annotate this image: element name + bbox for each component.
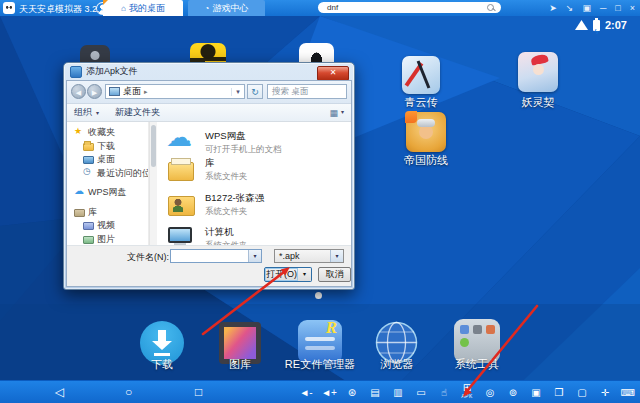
- forward-icon[interactable]: ▶: [87, 84, 102, 99]
- cloud-icon: [166, 128, 196, 158]
- pin-icon[interactable]: ➤: [549, 0, 557, 16]
- dialog-footer: 文件名(N): ▾ *.apk▾ 打开(O) ▾ 取消: [67, 245, 351, 286]
- list-item-libraries[interactable]: 库系统文件夹: [166, 155, 248, 185]
- chevron-down-icon[interactable]: ▾: [330, 250, 343, 262]
- tree-scrollbar[interactable]: [149, 122, 157, 246]
- maximize-icon[interactable]: □: [615, 0, 620, 16]
- app-icon-qingyunzhuan[interactable]: [402, 56, 440, 94]
- game-icon: ◔: [205, 4, 210, 13]
- app-icon-yaolingqi[interactable]: [518, 52, 558, 92]
- volume-down-icon[interactable]: ◄-: [298, 387, 314, 398]
- gesture-icon[interactable]: ☝: [436, 387, 452, 398]
- picture-icon: [83, 236, 94, 244]
- open-split-chevron-icon[interactable]: ▾: [298, 267, 312, 282]
- tab-label: 游戏中心: [212, 2, 248, 15]
- chevron-down-icon: ▾: [96, 109, 99, 116]
- tree-item-downloads[interactable]: 下载: [67, 140, 148, 154]
- apps-folder-icon[interactable]: ▤: [367, 387, 383, 398]
- dialog-search-input[interactable]: 搜索 桌面: [267, 84, 347, 99]
- message-icon[interactable]: ▭: [413, 387, 429, 398]
- tree-item-videos[interactable]: 视频: [67, 219, 148, 233]
- re-letter: R: [326, 318, 337, 338]
- list-item-user-folder[interactable]: B1272-张森强系统文件夹: [166, 190, 264, 220]
- app-icon-diguofangxian[interactable]: [406, 112, 446, 152]
- add-apk-dialog: 添加Apk文件 ✕ ◀ ▶ 桌面 ▸ ▾ ↻ 搜索 桌面 组织 ▾: [63, 62, 355, 290]
- location-breadcrumb[interactable]: 桌面 ▸ ▾: [105, 84, 245, 99]
- tree-item-libraries[interactable]: 库: [67, 206, 148, 220]
- file-list: WPS网盘可打开手机上的文档 库系统文件夹 B1272-张森强系统文件夹 计算机…: [157, 122, 351, 246]
- keyboard-icon[interactable]: ⌨: [620, 387, 636, 398]
- desktop-icon: [109, 87, 120, 96]
- open-button[interactable]: 打开(O): [264, 267, 299, 282]
- app-label: 妖灵契: [498, 95, 578, 110]
- app-label: 青云传: [381, 95, 461, 110]
- folder-icon: [83, 143, 94, 151]
- tree-item-recent-places[interactable]: 最近访问的位置: [67, 167, 148, 181]
- filename-input[interactable]: ▾: [170, 249, 262, 263]
- tab-game-center[interactable]: ◔ 游戏中心: [188, 0, 265, 16]
- video-icon: [83, 222, 94, 230]
- shake-icon[interactable]: ▣: [528, 387, 544, 398]
- dialog-title: 添加Apk文件: [86, 65, 138, 78]
- search-value: dnf: [327, 3, 338, 12]
- multi-window-icon[interactable]: ▢: [574, 387, 590, 398]
- dock-label: 系统工具: [437, 357, 517, 372]
- tab-my-desktop[interactable]: ⌂ 我的桌面: [103, 0, 183, 16]
- folder-tree: 收藏夹 下载 桌面 最近访问的位置 WPS网盘 库 视频 图片: [67, 122, 149, 246]
- refresh-icon[interactable]: ↻: [247, 84, 263, 99]
- home-icon[interactable]: ○: [125, 381, 132, 403]
- search-input[interactable]: dnf: [318, 2, 501, 13]
- recents-icon[interactable]: □: [195, 381, 202, 403]
- dialog-icon: [70, 66, 82, 78]
- apk-badge: APK: [461, 392, 473, 400]
- dialog-search-placeholder: 搜索 桌面: [272, 86, 308, 98]
- virtual-location-icon[interactable]: ⊚: [505, 387, 521, 398]
- tree-item-wps-drive[interactable]: WPS网盘: [67, 186, 148, 200]
- cloud-icon: [74, 188, 85, 198]
- close-icon[interactable]: ×: [630, 0, 635, 16]
- organize-button[interactable]: 组织: [74, 106, 92, 119]
- cancel-button[interactable]: 取消: [318, 267, 351, 282]
- minimize-icon[interactable]: ─: [600, 0, 606, 16]
- window-controls: ➤ ↘ ▣ ─ □ ×: [549, 0, 635, 16]
- screenshot-icon[interactable]: ❐: [551, 387, 567, 398]
- search-icon[interactable]: [487, 4, 494, 11]
- tree-item-desktop[interactable]: 桌面: [67, 153, 148, 167]
- view-options-icon[interactable]: ▦: [329, 108, 338, 118]
- computer-icon: [166, 224, 196, 246]
- uninstall-icon[interactable]: ▥: [390, 387, 406, 398]
- back-icon[interactable]: ◁: [55, 381, 64, 403]
- clock: 2:07: [605, 19, 627, 31]
- new-folder-button[interactable]: 新建文件夹: [115, 106, 160, 119]
- back-icon[interactable]: ◀: [71, 84, 86, 99]
- fullscreen-icon[interactable]: ↘: [566, 0, 574, 16]
- list-item-wps-drive[interactable]: WPS网盘可打开手机上的文档: [166, 128, 282, 158]
- charging-bolt-icon: ϟ: [594, 27, 598, 36]
- chevron-down-icon[interactable]: ▾: [248, 250, 261, 262]
- emulator-taskbar: ◁ ○ □ ◄- ◄+ ⊛ ▤ ▥ ▭ ☝ ⊞ APK ◎ ⊚ ▣ ❐ ▢ ✛ …: [0, 380, 640, 403]
- volume-up-icon[interactable]: ◄+: [321, 387, 337, 398]
- star-icon: [74, 128, 85, 138]
- app-label: 帝国防线: [386, 153, 466, 168]
- emulator-window: 天天安卓模拟器 3.2.2 ⌂ 我的桌面 ◔ 游戏中心 dnf ➤ ↘ ▣ ─ …: [0, 0, 640, 403]
- dock-label: 图库: [200, 357, 280, 372]
- location-label: 桌面: [123, 85, 141, 98]
- desktop-icon: [83, 156, 94, 164]
- list-item-computer[interactable]: 计算机系统文件夹: [166, 224, 248, 246]
- chevron-down-icon[interactable]: ▾: [231, 88, 244, 96]
- fullscreen-icon[interactable]: ✛: [597, 387, 613, 398]
- location-icon[interactable]: ◎: [482, 387, 498, 398]
- file-type-filter[interactable]: *.apk▾: [274, 249, 344, 263]
- scrollbar-thumb[interactable]: [151, 125, 156, 167]
- user-folder-icon: [166, 190, 196, 220]
- boss-key-icon[interactable]: ▣: [582, 0, 591, 16]
- dialog-titlebar[interactable]: 添加Apk文件: [64, 63, 354, 80]
- recent-icon: [83, 168, 94, 178]
- dialog-close-icon[interactable]: ✕: [317, 66, 349, 81]
- home-icon: ⌂: [121, 4, 126, 13]
- tree-item-favorites[interactable]: 收藏夹: [67, 126, 148, 140]
- helper-icon[interactable]: ⊛: [344, 387, 360, 398]
- tree-item-pictures[interactable]: 图片: [67, 233, 148, 247]
- chevron-down-icon[interactable]: ▾: [341, 108, 344, 118]
- install-apk-icon[interactable]: ⊞ APK: [459, 384, 475, 400]
